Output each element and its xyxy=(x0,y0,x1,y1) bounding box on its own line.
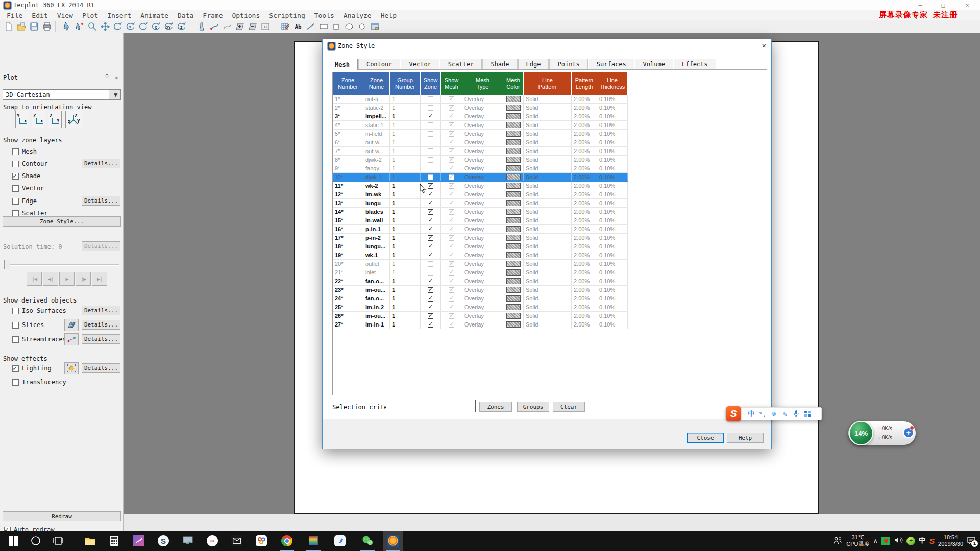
menu-view[interactable]: View xyxy=(53,12,78,19)
show-zone-checkbox[interactable] xyxy=(428,192,433,197)
show-mesh-checkbox[interactable] xyxy=(449,296,454,302)
selection-criteria-input[interactable] xyxy=(386,400,476,412)
show-mesh-checkbox[interactable] xyxy=(449,131,454,137)
mesh-color-swatch[interactable] xyxy=(506,278,521,284)
mesh-color-swatch[interactable] xyxy=(506,261,521,267)
mesh-color-swatch[interactable] xyxy=(506,96,521,102)
zone-row[interactable]: 3*impell...1OverlaySolid2.00%0.10% xyxy=(333,112,628,121)
zone-row[interactable]: 14*blades1OverlaySolid2.00%0.10% xyxy=(333,208,628,216)
derived-iso-surfaces-checkbox[interactable] xyxy=(12,308,19,314)
zone-row[interactable]: 9*fangy...1OverlaySolid2.00%0.10% xyxy=(333,164,628,173)
show-zone-checkbox[interactable] xyxy=(428,244,433,249)
pin-icon[interactable] xyxy=(104,74,110,81)
adjustor-tool-button[interactable] xyxy=(73,21,86,32)
show-zone-checkbox[interactable] xyxy=(428,287,433,293)
zone-row[interactable]: 6*out-w...1OverlaySolid2.00%0.10% xyxy=(333,138,628,147)
menu-options[interactable]: Options xyxy=(227,12,264,19)
show-mesh-checkbox[interactable] xyxy=(449,114,454,119)
circle-tool-button[interactable] xyxy=(355,21,368,32)
show-zone-checkbox[interactable] xyxy=(428,166,433,171)
rectangle-tool-button[interactable] xyxy=(317,21,330,32)
tab-volume[interactable]: Volume xyxy=(635,59,673,69)
mesh-color-swatch[interactable] xyxy=(506,200,521,206)
mesh-color-swatch[interactable] xyxy=(506,209,521,215)
layer-mesh-checkbox[interactable] xyxy=(12,148,19,155)
menu-file[interactable]: File xyxy=(2,12,27,19)
pointer-tool-button[interactable] xyxy=(60,21,73,32)
close-window-button[interactable]: × xyxy=(959,0,976,10)
new-file-tool-button[interactable] xyxy=(2,21,15,32)
show-zone-checkbox[interactable] xyxy=(428,270,433,276)
notification-icon[interactable]: 1 xyxy=(967,536,976,546)
square-tool-button[interactable] xyxy=(330,21,342,32)
zone-style-button[interactable]: Zone Style... xyxy=(3,216,121,227)
clear-button[interactable]: Clear xyxy=(553,402,585,412)
zone-row[interactable]: 15*in-wall1OverlaySolid2.00%0.10% xyxy=(333,216,628,225)
layer-contour-details-button[interactable]: Details... xyxy=(82,159,120,168)
show-mesh-checkbox[interactable] xyxy=(449,96,454,102)
menu-edit[interactable]: Edit xyxy=(27,12,52,19)
mesh-color-swatch[interactable] xyxy=(506,269,521,276)
show-zone-checkbox[interactable] xyxy=(428,296,433,302)
rotate-twist-tool-button[interactable] xyxy=(137,21,150,32)
solution-time-slider-handle[interactable] xyxy=(4,260,10,269)
line-tool-button[interactable] xyxy=(304,21,317,32)
curve-tool-button[interactable] xyxy=(220,21,233,32)
rotate-rollerball-tool-button[interactable] xyxy=(124,21,137,32)
orientation-xyz-button[interactable]: ZxY xyxy=(65,111,82,128)
mesh-color-swatch[interactable] xyxy=(506,174,521,180)
show-mesh-checkbox[interactable] xyxy=(449,253,454,258)
tab-points[interactable]: Points xyxy=(549,59,587,69)
show-mesh-checkbox[interactable] xyxy=(449,261,454,267)
rotate-sphere-tool-button[interactable] xyxy=(111,21,124,32)
zone-row[interactable]: 8*djwk-21OverlaySolid2.00%0.10% xyxy=(333,156,628,164)
layer-edge-details-button[interactable]: Details... xyxy=(82,196,120,206)
show-mesh-checkbox[interactable] xyxy=(449,218,454,223)
layer-contour-checkbox[interactable] xyxy=(12,161,19,167)
tab-scatter[interactable]: Scatter xyxy=(440,59,482,69)
orientation-z-x-button[interactable]: Zx xyxy=(32,111,45,128)
show-zone-checkbox[interactable] xyxy=(428,174,433,180)
show-zone-checkbox[interactable] xyxy=(428,261,433,267)
zone-row[interactable]: 4*static-11OverlaySolid2.00%0.10% xyxy=(333,121,628,130)
zoom-tool-button[interactable] xyxy=(86,21,99,32)
mesh-color-swatch[interactable] xyxy=(506,131,521,137)
delete-contour-level-tool-button[interactable] xyxy=(246,21,259,32)
cpu-temp-readout[interactable]: 31℃CPU温度 xyxy=(846,534,869,547)
mesh-color-swatch[interactable] xyxy=(506,226,521,232)
zone-row[interactable]: 2*static-21OverlaySolid2.00%0.10% xyxy=(333,104,628,112)
print-tool-button[interactable] xyxy=(40,21,53,32)
mesh-color-swatch[interactable] xyxy=(506,287,521,293)
menu-animate[interactable]: Animate xyxy=(136,12,173,19)
step-back-button[interactable]: ◀| xyxy=(43,272,58,286)
show-mesh-checkbox[interactable] xyxy=(449,235,454,241)
show-mesh-checkbox[interactable] xyxy=(449,148,454,154)
add-contour-level-tool-button[interactable] xyxy=(233,21,246,32)
menu-data[interactable]: Data xyxy=(173,12,198,19)
effect-lighting-checkbox[interactable] xyxy=(12,365,19,372)
show-mesh-checkbox[interactable] xyxy=(449,305,454,310)
show-zone-checkbox[interactable] xyxy=(428,183,433,189)
show-mesh-checkbox[interactable] xyxy=(449,192,454,197)
solution-time-details-button[interactable]: Details... xyxy=(82,241,120,251)
mesh-color-swatch[interactable] xyxy=(506,243,521,249)
mesh-color-swatch[interactable] xyxy=(506,313,521,319)
tray-chevron-up-icon[interactable]: ∧ xyxy=(873,537,878,545)
show-mesh-checkbox[interactable] xyxy=(449,105,454,111)
zone-row[interactable]: 17*p-in-21OverlaySolid2.00%0.10% xyxy=(333,234,628,242)
taskbar-icon-calculator[interactable] xyxy=(104,531,125,551)
tab-surfaces[interactable]: Surfaces xyxy=(589,59,634,69)
sogou-logo-icon[interactable]: S xyxy=(726,406,741,421)
derived-streamtraces-checkbox[interactable] xyxy=(12,336,19,343)
plot-mode-dropdown[interactable]: 3D Cartesian ▼ xyxy=(3,89,121,100)
step-forward-button[interactable]: |▶ xyxy=(76,272,91,286)
tab-mesh[interactable]: Mesh xyxy=(327,59,358,70)
taskbar-icon-tecplot-mini[interactable] xyxy=(303,531,324,551)
zone-row[interactable]: 1*out-fi...1OverlaySolid2.00%0.10% xyxy=(333,95,628,104)
mesh-color-swatch[interactable] xyxy=(506,304,521,310)
taskbar-icon-wechat[interactable] xyxy=(357,531,378,551)
show-mesh-checkbox[interactable] xyxy=(449,183,454,189)
zone-row[interactable]: 21*inlet1OverlaySolid2.00%0.10% xyxy=(333,268,628,277)
mesh-color-swatch[interactable] xyxy=(506,252,521,258)
dialog-close-icon[interactable]: ✕ xyxy=(762,41,766,49)
